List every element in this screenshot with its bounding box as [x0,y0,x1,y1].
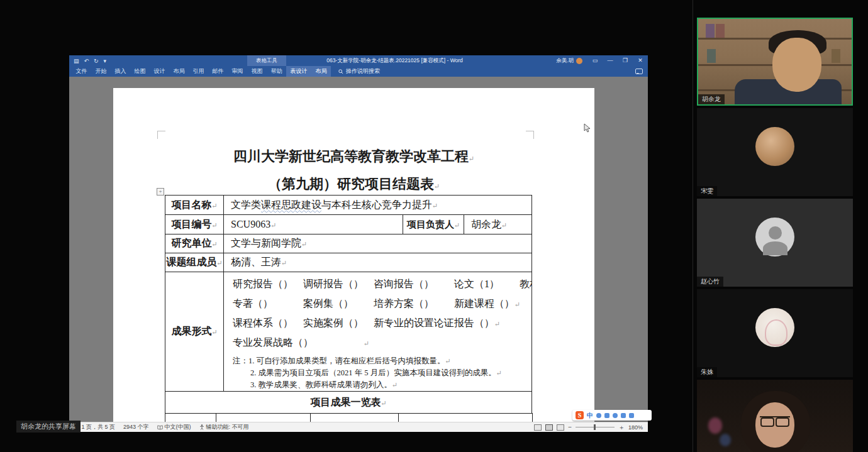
participant-face [772,38,821,92]
person-silhouette-icon [769,226,782,240]
tab-review[interactable]: 审阅 [228,66,247,77]
cell-section-header: 项目成果一览表↵ [165,392,532,414]
ribbon-display-options-icon[interactable]: ▭ [587,55,603,66]
participant-name-label: 赵心竹 [697,277,723,287]
mouse-cursor [584,123,591,133]
minimize-button[interactable]: — [603,55,618,66]
accessibility-label: 辅助功能: 不可用 [206,423,249,431]
search-icon [338,69,343,74]
participant-video-hu-yulong[interactable]: 胡余龙 [697,18,853,106]
table-move-handle-icon[interactable]: + [157,188,164,196]
book-decor [707,49,716,63]
doc-heading-line1: 四川大学新世纪高等教育教学改革工程↵ [113,147,594,166]
avatar-sketch-decor [765,319,787,346]
cell-project-name-value: 文学类课程思政建设与本科生核心竞争力提升↵ [224,196,532,215]
spellcheck-wavy-text: 课程思政建设 [261,199,321,210]
close-button[interactable]: ✕ [633,55,648,66]
sogou-ime-bar[interactable]: S 中 [572,410,652,421]
tab-references[interactable]: 引用 [189,66,208,77]
table-row: 项目编号↵ SCU9063↵ 项目负责人↵ 胡余龙↵ [165,215,532,234]
tab-mailings[interactable]: 邮件 [208,66,228,77]
table-row: 成果形式↵ 研究报告（） 调研报告（） 咨询报告（） 论文（1） 教材（）↵ 专… [165,272,532,392]
print-layout-icon[interactable] [545,424,553,431]
sidebar-divider [693,0,693,452]
participant-tile-zhu-shu[interactable]: 朱姝 [697,289,853,377]
glasses-decor [760,416,790,425]
paragraph-mark: ↵ [434,182,440,190]
table-row: 研究单位↵ 文学与新闻学院↵ [165,234,532,253]
document-title: 063-文新学院-胡余龙-结题表.20221025 [兼容模式] - Word [286,55,503,66]
participant-name-label: 宋雯 [697,186,717,196]
tab-table-layout[interactable]: 布局 [311,66,331,77]
video-decor [720,434,731,446]
tab-insert[interactable]: 插入 [111,66,130,77]
tab-draw[interactable]: 绘图 [130,66,150,77]
undo-icon[interactable]: ↶ [84,58,89,64]
tab-view[interactable]: 视图 [247,66,267,77]
table-partial-row [165,413,533,422]
document-page[interactable]: 四川大学新世纪高等教育教学改革工程↵ （第九期）研究项目结题表↵ + 项目名称↵… [113,88,594,422]
accessibility-icon [199,424,204,430]
ime-emoji-icon[interactable] [613,413,618,418]
project-form-table: 项目名称↵ 文学类课程思政建设与本科生核心竞争力提升↵ 项目编号↵ SCU906… [165,195,532,414]
book-decor [716,24,725,38]
read-mode-icon[interactable] [534,424,542,431]
language-indicator[interactable]: 中文(中国) [157,423,191,431]
tab-layout[interactable]: 布局 [169,66,189,77]
results-note-line: 2. 成果需为项目立项后（2021 年 5 月后）实施本项目建设得到的成果。↵ [233,367,529,379]
cell-results-label: 成果形式↵ [165,272,224,392]
cell-project-number-value: SCU9063↵ [224,215,403,234]
quick-access-toolbar: ▤ ↶ ↻ ▾ [74,55,106,66]
participant-video-bottom[interactable] [697,380,853,452]
zoom-percent[interactable]: 180% [628,424,643,431]
results-option-line: 研究报告（） 调研报告（） 咨询报告（） 论文（1） 教材（）↵ [233,275,529,294]
search-label: 操作说明搜索 [346,67,380,75]
word-statusbar: 第 1 页，共 5 页 2943 个字 中文(中国) 辅助功能: 不可用 − ＋ [69,422,648,432]
cell-project-number-label: 项目编号↵ [165,215,224,234]
tab-table-design[interactable]: 表设计 [286,66,311,77]
word-count[interactable]: 2943 个字 [123,423,149,431]
ime-chinese-mode-icon[interactable]: 中 [587,411,593,420]
results-note-line: 注：1. 可自行添加成果类型，请在相应栏后括号内填报数量。↵ [233,355,529,367]
margin-corner-mark [526,131,534,139]
cell-members-value: 杨清、王涛↵ [224,253,532,272]
comments-icon[interactable] [635,69,643,74]
table-row: 项目名称↵ 文学类课程思政建设与本科生核心竞争力提升↵ [165,196,532,215]
table-row: 课题组成员↵ 杨清、王涛↵ [165,253,532,272]
cell-leader-label: 项目负责人↵ [403,215,464,234]
zoom-slider[interactable] [576,427,615,427]
account-name[interactable]: 佘美.胡 [556,57,574,65]
sogou-logo-icon[interactable]: S [576,411,584,419]
results-option-line: 专著（） 案例集（） 培养方案（） 新建课程（）↵ [233,294,529,314]
participant-tile-zhao-xinzhu[interactable]: 赵心竹 [697,199,853,287]
ime-mic-icon[interactable] [604,413,609,418]
cell-members-label: 课题组成员↵ [165,253,224,272]
ribbon-tab-row: 文件 开始 插入 绘图 设计 布局 引用 邮件 审阅 视图 帮助 表设计 布局 … [69,66,648,77]
zoom-in-button[interactable]: ＋ [618,423,625,432]
save-icon[interactable]: ▤ [74,58,79,64]
zoom-out-button[interactable]: − [568,424,572,431]
language-label: 中文(中国) [165,423,191,431]
tab-help[interactable]: 帮助 [267,66,286,77]
paragraph-mark: ↵ [469,155,474,162]
tab-file[interactable]: 文件 [72,66,91,77]
ime-skin-icon[interactable] [621,413,626,418]
tell-me-search[interactable]: 操作说明搜索 [338,67,380,75]
avatar [755,127,794,166]
account-avatar[interactable] [576,58,582,64]
tab-design[interactable]: 设计 [150,66,169,77]
zoom-slider-thumb[interactable] [594,424,596,430]
ime-punctuation-icon[interactable] [596,413,601,418]
results-note-line: 3. 教学成果奖、教师科研成果请勿列入。↵ [233,379,529,391]
tab-home[interactable]: 开始 [91,66,111,77]
participant-tile-song-wen[interactable]: 宋雯 [697,108,853,196]
quick-access-more-icon[interactable]: ▾ [104,58,107,64]
restore-button[interactable]: ❐ [618,55,633,66]
word-window: ▤ ↶ ↻ ▾ 表格工具 063-文新学院-胡余龙-结题表.20221025 [… [69,55,648,432]
accessibility-status[interactable]: 辅助功能: 不可用 [199,423,249,431]
results-option-line: 专业发展战略（） ↵ [233,333,529,353]
web-layout-icon[interactable] [557,424,564,431]
ime-toolbox-icon[interactable] [629,413,634,418]
participant-name-label: 朱姝 [697,367,717,377]
redo-icon[interactable]: ↻ [94,58,99,64]
